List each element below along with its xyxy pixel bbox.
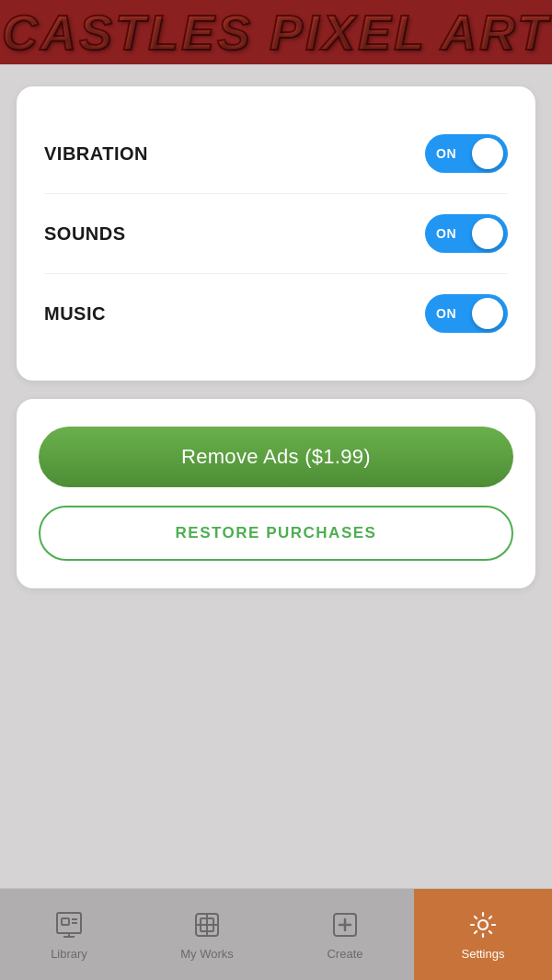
restore-purchases-button[interactable]: RESTORE PURCHASES (39, 506, 513, 561)
music-toggle-knob (472, 298, 503, 329)
sounds-toggle-knob (472, 218, 503, 249)
vibration-row: VIBRATION ON (44, 114, 508, 194)
sounds-label: SOUNDS (44, 223, 126, 245)
create-icon (328, 908, 362, 941)
settings-icon (466, 908, 500, 941)
nav-item-settings[interactable]: Settings (414, 889, 552, 980)
music-toggle-label: ON (436, 306, 456, 321)
music-row: MUSIC ON (44, 274, 508, 353)
library-nav-label: Library (51, 947, 87, 961)
my-works-icon (190, 908, 224, 941)
svg-point-14 (478, 920, 488, 929)
app-title: CASTLES PIXEL ART (2, 4, 550, 61)
sounds-row: SOUNDS ON (44, 194, 508, 274)
create-nav-label: Create (327, 947, 362, 961)
vibration-label: VIBRATION (44, 143, 148, 165)
svg-rect-4 (62, 918, 69, 925)
vibration-toggle-knob (472, 138, 503, 169)
music-toggle[interactable]: ON (425, 294, 508, 333)
nav-item-library[interactable]: Library (0, 889, 138, 980)
purchase-card: Remove Ads ($1.99) RESTORE PURCHASES (17, 399, 535, 588)
header-banner: CASTLES PIXEL ART (0, 0, 552, 64)
music-label: MUSIC (44, 303, 106, 325)
settings-card: VIBRATION ON SOUNDS ON MUSIC ON (17, 86, 535, 381)
nav-item-my-works[interactable]: My Works (138, 889, 276, 980)
settings-nav-label: Settings (462, 947, 505, 961)
vibration-toggle-label: ON (436, 146, 456, 161)
my-works-nav-label: My Works (180, 947, 234, 961)
nav-item-create[interactable]: Create (276, 889, 414, 980)
spacer (17, 607, 535, 870)
sounds-toggle-label: ON (436, 226, 456, 241)
bottom-nav: Library My Works Create (0, 888, 552, 980)
sounds-toggle[interactable]: ON (425, 214, 508, 253)
remove-ads-button[interactable]: Remove Ads ($1.99) (39, 427, 513, 487)
library-icon (52, 908, 86, 941)
vibration-toggle[interactable]: ON (425, 134, 508, 173)
main-content: VIBRATION ON SOUNDS ON MUSIC ON Remove A… (0, 64, 552, 888)
